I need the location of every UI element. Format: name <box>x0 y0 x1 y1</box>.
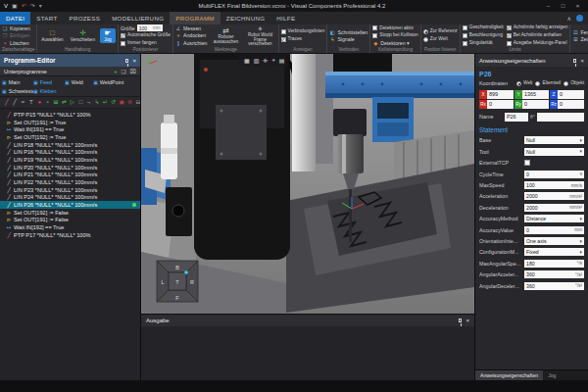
property-select[interactable]: Null ▾ <box>524 148 584 156</box>
coordinate-value[interactable]: 899 <box>487 90 514 99</box>
statement-row[interactable]: ╱ LIN P18 *NULL* *NULL* 100mm/s <box>0 141 140 149</box>
help-icon[interactable] <box>576 15 583 22</box>
ribbon-big-button[interactable]: ☛ Jog <box>100 28 116 44</box>
subprogram-button[interactable]: ▣ Weld <box>65 77 93 86</box>
grid-size-input[interactable]: 100 mm <box>137 24 163 31</box>
ribbon-button[interactable]: ❏ Kopieren <box>2 25 30 31</box>
property-select[interactable]: Null ▾ <box>524 136 584 144</box>
statement-toolbar-icon[interactable]: ╱ <box>3 97 10 108</box>
subprogram-button[interactable]: ▣ Main <box>2 77 33 86</box>
statement-toolbar-icon[interactable]: ↳ <box>93 97 100 108</box>
ribbon-tab[interactable]: PROGRAMM <box>170 12 220 24</box>
ribbon-checkbox[interactable]: Verbindungslinien <box>281 28 325 35</box>
statement-toolbar-icon[interactable]: ▪ <box>44 97 51 108</box>
angle-format-icon[interactable]: θ° <box>530 114 535 120</box>
ribbon-big-button[interactable]: □ Auswählen <box>39 28 65 44</box>
nav-cube-corner-dot[interactable] <box>184 270 188 274</box>
ribbon-tab[interactable]: PROZESS <box>63 12 106 24</box>
radio-option[interactable]: Elternteil <box>535 80 561 87</box>
statement-toolbar-icon[interactable]: ⊞ <box>52 97 59 108</box>
statement-row[interactable]: ╱ LIN P19 *NULL* *NULL* 100mm/s <box>0 156 140 164</box>
statement-toolbar-icon[interactable]: ⊟ <box>134 97 140 108</box>
ribbon-button[interactable]: ◧ Schnittstellen <box>329 29 368 35</box>
property-input[interactable]: 360 °/s² <box>524 270 584 278</box>
coordinate-value[interactable]: 0 <box>522 100 549 109</box>
nav-face-back[interactable]: B <box>175 265 179 270</box>
property-checkbox[interactable] <box>524 160 584 166</box>
statement-toolbar-icon[interactable]: ╱ <box>11 97 18 108</box>
radio-option[interactable]: Objekt <box>564 80 584 87</box>
statement-toolbar-icon[interactable]: ▷ <box>69 97 75 108</box>
panel-bottom-tab[interactable]: Anweisungseigenschaften <box>475 370 543 380</box>
ribbon-tab[interactable]: START <box>30 12 63 24</box>
name-input[interactable]: P26 <box>505 113 528 122</box>
coordinate-value[interactable]: 1365 <box>522 90 549 99</box>
robot-world-frame-button[interactable]: ⌖ Robot World Frame verschieben <box>245 24 276 47</box>
quick-access-icon[interactable]: ▣ <box>12 0 18 12</box>
ribbon-tab[interactable]: DATEI <box>0 12 30 24</box>
subprogram-button[interactable]: ▣ Schweissteil <box>2 86 33 95</box>
property-input[interactable]: 2000 mm/s² <box>524 192 584 200</box>
duplicate-icon[interactable]: ❏ <box>122 69 126 74</box>
property-select[interactable]: Distance ▾ <box>524 215 584 222</box>
nav-face-left[interactable]: L <box>161 279 164 285</box>
subprogram-button[interactable]: ▣ Feed <box>33 77 65 86</box>
property-input[interactable]: 0 s <box>524 171 584 178</box>
close-icon[interactable]: × <box>132 58 136 64</box>
statement-toolbar-icon[interactable]: ↺ <box>110 97 117 108</box>
statement-toolbar-icon[interactable]: ◉ <box>118 97 124 108</box>
ribbon-checkbox[interactable]: Geschwindigkeit <box>463 24 504 31</box>
statement-row[interactable]: ╱ PTP P15 *NULL* *NULL* 100% <box>0 111 140 119</box>
statement-row[interactable]: ↦ Wait IN[192] == True <box>0 223 140 231</box>
nav-face-right[interactable]: R <box>190 279 194 285</box>
viewport-toolbar-icon[interactable]: ✛ <box>263 57 268 64</box>
radio-option[interactable]: Zur Referenz <box>423 28 458 35</box>
quick-access-icon[interactable]: ↶ <box>22 0 26 12</box>
window-control-button[interactable]: □ <box>557 0 569 12</box>
ribbon-checkbox[interactable]: Automatische Größe <box>121 32 171 39</box>
ribbon-button[interactable]: ϟ Signale <box>329 36 368 42</box>
subprogram-button[interactable]: ▣ Kleben <box>33 86 65 95</box>
property-input[interactable]: 0 mm <box>524 226 584 234</box>
coordinate-field[interactable]: Z 0 <box>550 90 584 99</box>
pin-icon[interactable] <box>459 318 462 322</box>
statement-row[interactable]: ╱ LIN P22 *NULL* *NULL* 100mm/s <box>0 178 140 186</box>
pin-icon[interactable] <box>573 59 576 63</box>
viewport-toolbar-icon[interactable]: ▥ <box>254 57 260 64</box>
ribbon-tab[interactable]: HILFE <box>270 12 301 24</box>
add-subprogram-icon[interactable]: + <box>114 69 117 74</box>
ribbon-button[interactable]: ⊞ Zeigen ▾ <box>572 36 588 42</box>
statement-row[interactable]: ╱ PTP P17 *NULL* *NULL* 100% <box>0 231 140 239</box>
ribbon-tab[interactable]: ZEICHNUNG <box>220 12 270 24</box>
statement-toolbar-icon[interactable]: ↵ <box>102 97 109 108</box>
3d-viewport[interactable]: ▦ ▥ ✛ ⌖ ▤ B L T R F <box>141 54 474 314</box>
statement-row[interactable]: ╱ LIN P26 *NULL* *NULL* 100mm/s <box>0 201 140 209</box>
property-input[interactable]: 2000 mm/s² <box>524 204 584 212</box>
coordinate-value[interactable]: 0 <box>487 100 514 109</box>
quick-access-icon[interactable]: ↷ <box>30 0 35 12</box>
quick-access-icon[interactable]: V <box>4 0 8 12</box>
exchange-robot-button[interactable]: ⇄ Roboter austauschen <box>211 26 242 45</box>
ribbon-big-button[interactable]: ✛ Verschieben <box>69 28 97 44</box>
window-control-button[interactable]: – <box>542 0 555 12</box>
navigation-cube[interactable]: B L T R F <box>155 259 200 304</box>
viewport-toolbar-icon[interactable]: ⌖ <box>271 57 274 64</box>
window-control-button[interactable]: × <box>571 0 584 12</box>
coordinate-field[interactable]: Rz 0 <box>550 100 584 109</box>
ribbon-checkbox[interactable]: Bei Achslimits anhalten <box>507 32 568 39</box>
statement-row[interactable]: ╱ LIN P16 *NULL* *NULL* 100mm/s <box>0 148 140 156</box>
ribbon-checkbox[interactable]: Stopp bei Kollision <box>372 32 417 39</box>
statement-toolbar-icon[interactable]: ¬ <box>85 97 92 108</box>
coordinate-field[interactable]: X 899 <box>479 90 514 99</box>
collapse-ribbon-icon[interactable]: ∧ <box>567 15 571 22</box>
ribbon-button[interactable]: ⊡ Fenster wiederherstellen <box>572 29 588 35</box>
statement-row[interactable]: ⊳ Set OUT[192] := True <box>0 133 140 141</box>
ribbon-button[interactable]: ❐ Einfügen <box>2 32 30 38</box>
statement-row[interactable]: ╱ LIN P23 *NULL* *NULL* 100mm/s <box>0 186 140 194</box>
statement-toolbar-icon[interactable]: ⇄ <box>61 97 68 108</box>
statement-row[interactable]: ↦ Wait IN[191] == True <box>0 125 140 133</box>
ribbon-checkbox[interactable]: Detektoren aktiv <box>372 25 417 32</box>
viewport-toolbar-icon[interactable]: ▤ <box>279 57 285 64</box>
statement-row[interactable]: ╱ LIN P24 *NULL* *NULL* 100mm/s <box>0 194 140 202</box>
property-select[interactable]: Fixed ▾ <box>524 248 584 256</box>
